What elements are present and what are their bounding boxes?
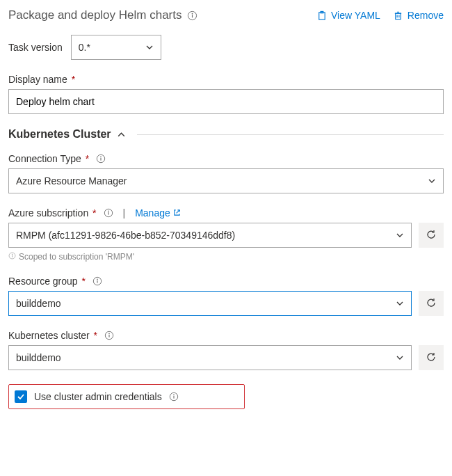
- section-kubernetes-cluster[interactable]: Kubernetes Cluster: [8, 128, 444, 141]
- chevron-down-icon: [396, 299, 404, 308]
- refresh-icon: [426, 297, 437, 310]
- info-icon[interactable]: [104, 208, 113, 218]
- view-yaml-label: View YAML: [331, 10, 380, 21]
- resource-group-label: Resource group *: [8, 276, 444, 287]
- view-yaml-button[interactable]: View YAML: [316, 10, 380, 21]
- refresh-icon: [426, 351, 437, 365]
- info-icon[interactable]: [92, 276, 102, 286]
- chevron-up-icon: [117, 130, 126, 139]
- connection-type-label: Connection Type *: [8, 153, 444, 164]
- svg-point-14: [108, 211, 109, 212]
- svg-rect-28: [173, 396, 174, 399]
- svg-point-24: [108, 333, 110, 335]
- section-title: Kubernetes Cluster: [8, 128, 111, 141]
- kubernetes-cluster-label: Kubernetes cluster *: [8, 330, 444, 341]
- svg-point-18: [12, 254, 13, 255]
- svg-rect-22: [97, 280, 97, 283]
- refresh-button[interactable]: [419, 345, 444, 370]
- chevron-down-icon: [428, 177, 436, 185]
- trash-icon: [393, 10, 403, 21]
- remove-label: Remove: [407, 10, 444, 21]
- separator: |: [123, 207, 126, 219]
- connection-type-value: Azure Resource Manager: [16, 175, 127, 187]
- resource-group-value: builddemo: [16, 298, 61, 309]
- remove-button[interactable]: Remove: [393, 10, 444, 21]
- refresh-button[interactable]: [419, 223, 444, 248]
- manage-link[interactable]: Manage: [135, 207, 181, 219]
- admin-credentials-row: Use cluster admin credentials: [8, 384, 245, 409]
- svg-rect-25: [109, 335, 110, 338]
- kubernetes-cluster-value: builddemo: [16, 352, 61, 363]
- page-title: Package and deploy Helm charts: [8, 8, 197, 22]
- info-icon[interactable]: [169, 392, 179, 402]
- svg-point-11: [100, 157, 102, 158]
- chevron-down-icon: [396, 231, 404, 239]
- kubernetes-cluster-select[interactable]: builddemo: [8, 345, 412, 370]
- chevron-down-icon: [396, 354, 404, 362]
- task-version-select[interactable]: 0.*: [71, 35, 161, 60]
- svg-rect-19: [12, 255, 13, 257]
- manage-label: Manage: [135, 207, 170, 219]
- divider: [137, 134, 444, 135]
- svg-rect-3: [319, 12, 325, 19]
- info-icon[interactable]: [104, 331, 114, 340]
- chevron-down-icon: [145, 43, 154, 51]
- page-title-text: Package and deploy Helm charts: [8, 8, 181, 22]
- info-icon[interactable]: [187, 10, 197, 21]
- azure-subscription-label: Azure subscription * | Manage: [8, 207, 444, 219]
- display-name-input[interactable]: [8, 89, 444, 114]
- info-icon[interactable]: [96, 154, 106, 164]
- svg-rect-2: [192, 15, 193, 17]
- connection-type-select[interactable]: Azure Resource Manager: [8, 168, 444, 193]
- azure-subscription-value: RMPM (afc11291-9826-46be-b852-70349146dd…: [16, 230, 235, 241]
- azure-subscription-select[interactable]: RMPM (afc11291-9826-46be-b852-70349146dd…: [8, 223, 412, 248]
- admin-credentials-label: Use cluster admin credentials: [34, 391, 162, 402]
- svg-point-27: [173, 395, 175, 396]
- svg-point-1: [192, 13, 193, 14]
- external-link-icon: [173, 207, 181, 219]
- task-version-value: 0.*: [79, 42, 90, 53]
- admin-credentials-checkbox[interactable]: [15, 390, 27, 403]
- task-version-label: Task version: [8, 42, 63, 53]
- subscription-scope-hint: Scoped to subscription 'RMPM': [8, 252, 444, 262]
- info-icon: [8, 252, 16, 262]
- svg-line-16: [176, 210, 179, 214]
- svg-rect-5: [396, 13, 401, 19]
- clipboard-icon: [316, 10, 327, 21]
- svg-rect-12: [101, 158, 102, 161]
- display-name-label: Display name *: [8, 74, 444, 85]
- svg-point-21: [97, 279, 98, 280]
- refresh-button[interactable]: [419, 291, 444, 316]
- refresh-icon: [426, 229, 437, 242]
- svg-rect-15: [108, 212, 108, 215]
- resource-group-select[interactable]: builddemo: [8, 291, 412, 316]
